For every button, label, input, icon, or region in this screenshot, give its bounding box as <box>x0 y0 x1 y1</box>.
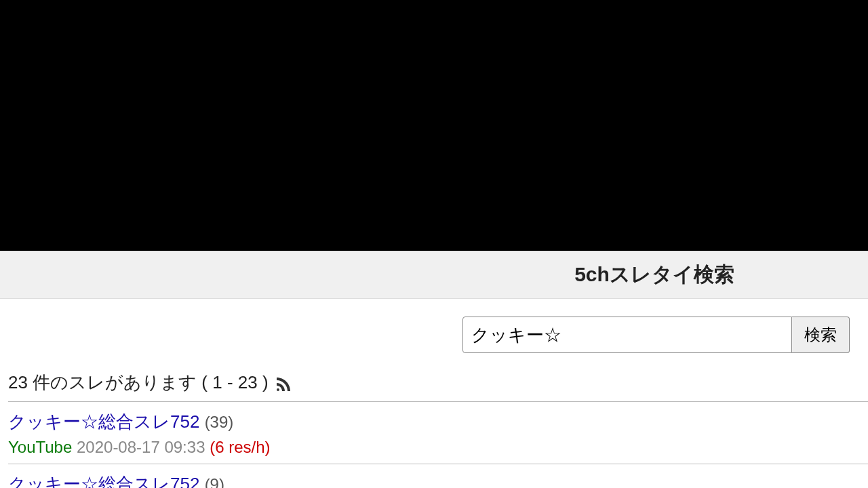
rss-icon[interactable] <box>274 375 290 391</box>
thread-board[interactable]: YouTube <box>8 438 72 456</box>
thread-title-row: クッキー☆総合スレ752 (39) <box>8 410 868 434</box>
title-bar: 5chスレタイ検索 <box>0 251 868 299</box>
top-black-region <box>0 0 868 251</box>
search-row: 検索 <box>462 299 868 353</box>
thread-title-row: クッキー☆総合スレ752 (9) <box>8 472 868 488</box>
thread-reply-count: (9) <box>205 475 224 488</box>
search-button[interactable]: 検索 <box>792 317 850 353</box>
results-summary-text: 23 件のスレがあります ( 1 - 23 ) <box>8 371 269 394</box>
thread-rate: (6 res/h) <box>210 438 270 456</box>
results-wrap: 23 件のスレがあります ( 1 - 23 ) クッキー☆総合スレ752 (39… <box>0 353 868 488</box>
thread-link[interactable]: クッキー☆総合スレ752 <box>8 411 199 432</box>
thread-meta: YouTube 2020-08-17 09:33 (6 res/h) <box>8 438 868 457</box>
thread-link[interactable]: クッキー☆総合スレ752 <box>8 474 199 488</box>
search-input[interactable] <box>462 317 792 353</box>
page-title: 5chスレタイ検索 <box>441 261 868 289</box>
thread-item: クッキー☆総合スレ752 (39) YouTube 2020-08-17 09:… <box>8 402 868 464</box>
results-summary: 23 件のスレがあります ( 1 - 23 ) <box>8 371 868 402</box>
thread-timestamp: 2020-08-17 09:33 <box>77 438 205 456</box>
thread-reply-count: (39) <box>205 413 234 431</box>
thread-item: クッキー☆総合スレ752 (9) <box>8 464 868 488</box>
